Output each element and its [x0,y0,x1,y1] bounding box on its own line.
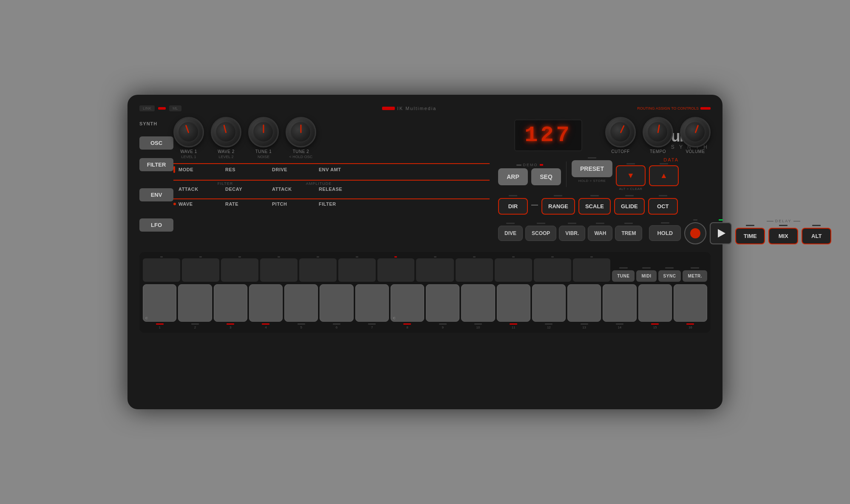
knob-wave1: WAVE 1 LEVEL 1 [173,117,204,159]
alt-button[interactable]: ALT [802,228,831,244]
digit-display: 127 [514,119,582,151]
glide-button[interactable]: GLIDE [614,198,645,215]
small-pad-7[interactable] [377,258,415,282]
big-pad-16[interactable] [674,284,707,322]
scoop-button[interactable]: SCOOP [525,226,556,241]
range-button[interactable]: RANGE [541,198,575,215]
big-pad-3[interactable] [214,284,247,322]
pad-number-15: 15 [653,326,657,329]
sp8-led [434,256,436,258]
trem-button[interactable]: TREM [615,226,642,241]
lfo-wave: WAVE [178,201,225,207]
top-center-display: IK Multimedia [382,106,437,111]
hold-indicator [661,222,669,224]
small-pads-mid [416,256,610,282]
scale-group: SCALE [578,195,611,215]
big-pad-14[interactable] [603,284,636,322]
time-button[interactable]: TIME [735,228,765,244]
small-pad-5[interactable] [299,258,337,282]
tune1-knob-inner [253,122,274,142]
seq-button[interactable]: SEQ [531,168,561,185]
small-pad-9[interactable] [456,258,493,282]
wave1-knob[interactable] [173,117,204,147]
scale-indicator [590,195,599,196]
big-pad-10[interactable] [461,284,495,322]
small-pad-4[interactable] [260,258,298,282]
pad-num-13: 13 [567,323,601,329]
big-pad-1[interactable]: C [143,284,176,322]
big-pad-15[interactable] [638,284,672,322]
big-pad-12-group [532,284,566,322]
top-bar-left: LINK ML [139,105,181,111]
data-up-button[interactable]: ▲ [649,165,679,186]
top-right: ROUTING ASSIGN TO CONTROLS [637,106,711,110]
lfo-button[interactable]: LFO [139,218,173,232]
big-pad-4[interactable] [249,284,283,322]
small-pad-1[interactable] [143,258,180,282]
filter-button[interactable]: FILTER [139,158,173,171]
oct-button[interactable]: OCT [648,198,678,215]
small-pad-8[interactable] [416,258,453,282]
wah-button[interactable]: WAH [588,226,612,241]
big-pad-7[interactable] [355,284,389,322]
arp-seq-btns: ARP SEQ [498,168,561,185]
data-down-button[interactable]: ▼ [616,165,646,186]
pad-led-4 [262,323,269,325]
volume-knob[interactable] [680,117,711,147]
vibr-button[interactable]: VIBR. [559,226,585,241]
pad-led-7 [368,323,376,325]
tune1-knob[interactable] [248,117,279,147]
preset-button[interactable]: PRESET [572,160,612,177]
tune1-sublabel: NOISE [258,155,269,159]
tempo-knob[interactable] [643,117,673,147]
small-pad-12[interactable] [573,258,610,282]
small-pad-11-group [534,256,571,282]
mix-button[interactable]: MIX [768,228,798,244]
osc-button[interactable]: OSC [139,136,173,150]
big-pad-11[interactable] [497,284,530,322]
big-pad-12[interactable] [532,284,566,322]
metr-func-button[interactable]: METR. [683,270,707,282]
big-pad-2[interactable] [178,284,212,322]
big-pad-6[interactable] [320,284,353,322]
scale-button[interactable]: SCALE [578,198,611,215]
top-center-led [382,107,395,110]
record-button[interactable] [684,222,706,244]
big-pad-5[interactable] [284,284,318,322]
env-button[interactable]: ENV [139,188,173,201]
wave1-knob-inner [178,122,199,142]
big-pad-1-note: C [145,316,148,320]
small-pad-9-group [456,256,493,282]
play-button[interactable] [710,222,732,244]
small-pad-10[interactable] [495,258,532,282]
big-pad-8[interactable]: C [391,284,424,322]
tempo-inner [648,122,668,142]
pad-num-7: 7 [355,323,389,329]
env-filter-decay: DECAY [225,187,272,192]
tune-func-button[interactable]: TUNE [612,270,635,282]
tune2-knob[interactable] [286,117,316,147]
small-pad-6[interactable] [338,258,376,282]
pad-led-6 [333,323,340,325]
pad-led-3 [227,323,234,325]
pad-led-2 [191,323,199,325]
sync-func-button[interactable]: SYNC [658,270,681,282]
arp-button[interactable]: ARP [498,168,528,185]
tune1-indicator [263,125,264,133]
small-pad-11[interactable] [534,258,571,282]
pad-num-1: 1 [143,323,176,329]
sp5-led [317,256,319,258]
big-pad-4-group [249,284,283,322]
dive-button[interactable]: DIVE [498,226,523,241]
data-up-indicator [660,163,668,164]
dir-button[interactable]: DIR [498,198,528,215]
wave2-knob[interactable] [211,117,241,147]
big-pad-9[interactable] [426,284,459,322]
knob-wave2: WAVE 2 LEVEL 2 [211,117,241,159]
cutoff-knob[interactable] [605,117,636,147]
hold-button[interactable]: HOLD [649,225,681,241]
small-pad-3[interactable] [221,258,258,282]
big-pad-13[interactable] [567,284,601,322]
small-pad-2[interactable] [182,258,219,282]
midi-func-button[interactable]: MIDI [636,270,656,282]
